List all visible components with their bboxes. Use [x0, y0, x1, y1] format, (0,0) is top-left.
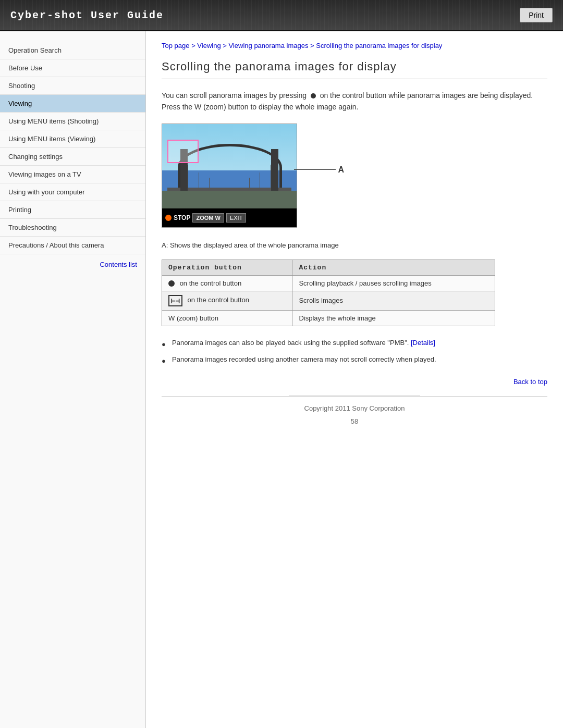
panorama-image-container: STOP ZOOM W EXIT A: [162, 124, 297, 228]
breadcrumb-sep1: >: [191, 42, 197, 50]
copyright-text: Copyright 2011 Sony Corporation: [289, 396, 421, 421]
operation-table: Operation button Action on the control b…: [162, 260, 495, 326]
viewport-indicator: [167, 140, 199, 163]
main-content: Top page > Viewing > Viewing panorama im…: [146, 31, 563, 728]
sidebar-item-using-with-computer[interactable]: Using with your computer: [0, 183, 145, 201]
sidebar-item-using-menu-shooting[interactable]: Using MENU items (Shooting): [0, 113, 145, 130]
cable5: [260, 172, 260, 191]
contents-list-link[interactable]: Contents list: [0, 254, 145, 275]
app-title: Cyber-shot User Guide: [10, 9, 164, 21]
table-cell-action-1: Scrolling playback / pauses scrolling im…: [292, 275, 495, 291]
footer: Copyright 2011 Sony Corporation: [162, 396, 547, 412]
exit-control: EXIT: [226, 213, 246, 223]
table-row: W (zoom) button Displays the whole image: [162, 310, 495, 326]
breadcrumb-top-page[interactable]: Top page: [162, 42, 190, 50]
back-to-top-anchor[interactable]: Back to top: [513, 378, 547, 386]
bullet-center-dot: [311, 93, 316, 98]
page-title: Scrolling the panorama images for displa…: [162, 60, 547, 79]
note-item-1: ● Panorama images can also be played bac…: [162, 337, 547, 350]
note-item-2: ● Panorama images recorded using another…: [162, 353, 547, 367]
table-cell-button-1: on the control button: [162, 275, 292, 291]
arrow-a-container: A: [294, 165, 344, 175]
table-cell-button-2: ⊢⊣ on the control button: [162, 291, 292, 310]
stop-label: STOP: [174, 214, 190, 221]
arrow-label-a: A: [338, 165, 344, 175]
table-cell-button-1-label: on the control button: [180, 279, 242, 287]
table-cell-action-3: Displays the whole image: [292, 310, 495, 326]
description-text: You can scroll panorama images by pressi…: [162, 90, 547, 113]
table-row: ⊢⊣ on the control button Scrolls images: [162, 291, 495, 310]
arrow-line: [294, 169, 336, 170]
dpad-icon: ⊢⊣: [168, 295, 182, 306]
table-cell-button-2-label: on the control button: [187, 296, 249, 304]
cable1: [188, 165, 188, 191]
stop-control: STOP: [165, 214, 190, 221]
breadcrumb-sep2: >: [223, 42, 228, 50]
table-col2-header: Action: [292, 260, 495, 275]
breadcrumb-scrolling[interactable]: Scrolling the panorama images for displa…: [316, 42, 442, 50]
table-col1-header: Operation button: [162, 260, 292, 275]
print-button[interactable]: Print: [520, 8, 553, 22]
sidebar-item-using-menu-viewing[interactable]: Using MENU items (Viewing): [0, 130, 145, 148]
sidebar-item-viewing-images-tv[interactable]: Viewing images on a TV: [0, 166, 145, 183]
note-text-2: Panorama images recorded using another c…: [172, 353, 436, 365]
note-bullet-1: ●: [162, 338, 169, 350]
cable6: [249, 178, 250, 191]
stop-dot-icon: [165, 215, 172, 221]
cable4: [271, 165, 271, 191]
sidebar-item-viewing[interactable]: Viewing: [0, 95, 145, 113]
center-dot-icon: [168, 280, 175, 287]
control-bar: STOP ZOOM W EXIT: [162, 208, 297, 227]
header: Cyber-shot User Guide Print: [0, 0, 563, 31]
sidebar-item-shooting[interactable]: Shooting: [0, 77, 145, 95]
sidebar-item-precautions[interactable]: Precautions / About this camera: [0, 237, 145, 254]
sidebar-item-troubleshooting[interactable]: Troubleshooting: [0, 219, 145, 237]
table-cell-button-3: W (zoom) button: [162, 310, 292, 326]
back-to-top-link[interactable]: Back to top: [162, 378, 547, 386]
note-text-1: Panorama images can also be played back …: [172, 337, 435, 349]
breadcrumb-viewing[interactable]: Viewing: [197, 42, 221, 50]
details-link[interactable]: [Details]: [411, 339, 435, 347]
page-layout: Operation Search Before Use Shooting Vie…: [0, 31, 563, 728]
table-cell-action-2: Scrolls images: [292, 291, 495, 310]
sidebar-item-before-use[interactable]: Before Use: [0, 59, 145, 77]
image-caption: A: Shows the displayed area of the whole…: [162, 241, 547, 249]
notes-section: ● Panorama images can also be played bac…: [162, 337, 547, 367]
sidebar-item-operation-search[interactable]: Operation Search: [0, 42, 145, 59]
sidebar-item-changing-settings[interactable]: Changing settings: [0, 148, 145, 166]
breadcrumb-viewing-panorama[interactable]: Viewing panorama images: [228, 42, 308, 50]
breadcrumb-sep3: >: [310, 42, 316, 50]
zoom-control: ZOOM W: [192, 213, 224, 223]
cable3: [209, 178, 210, 191]
bridge-tower-right: [271, 149, 278, 191]
cable2: [199, 172, 199, 191]
note-bullet-2: ●: [162, 355, 169, 367]
breadcrumb: Top page > Viewing > Viewing panorama im…: [162, 42, 547, 50]
sidebar-item-printing[interactable]: Printing: [0, 201, 145, 219]
table-row: on the control button Scrolling playback…: [162, 275, 495, 291]
sidebar: Operation Search Before Use Shooting Vie…: [0, 31, 146, 728]
panorama-image: STOP ZOOM W EXIT: [162, 124, 297, 228]
